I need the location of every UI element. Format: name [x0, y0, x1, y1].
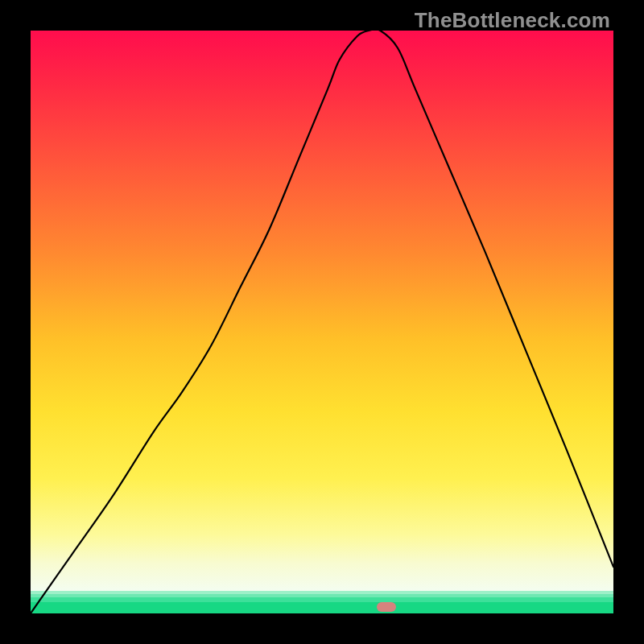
- watermark-text: TheBottleneck.com: [415, 8, 610, 33]
- bottleneck-curve: [31, 31, 613, 613]
- chart-plot-area: [31, 31, 613, 613]
- optimal-marker: [377, 602, 396, 612]
